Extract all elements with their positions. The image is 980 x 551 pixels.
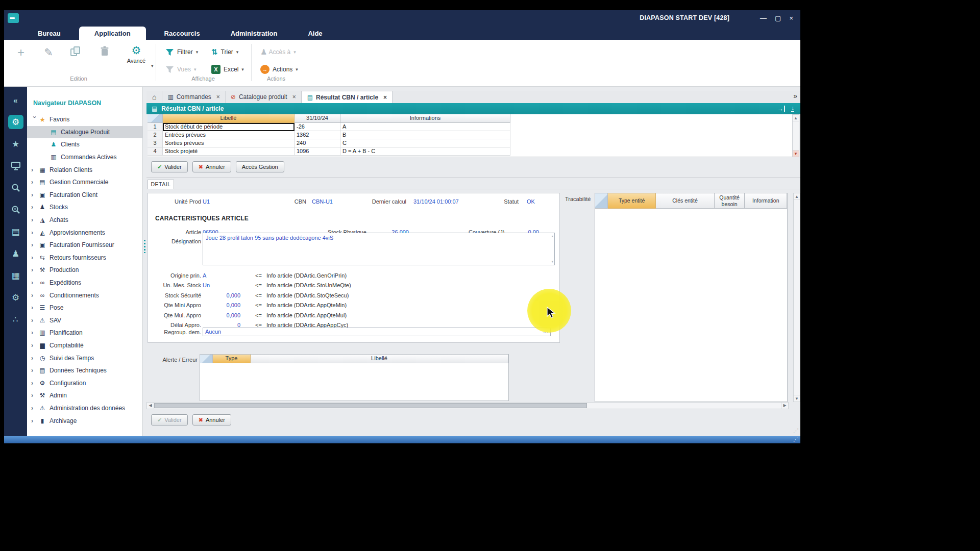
tab-commandes[interactable]: ▥Commandes× [162,91,225,103]
tab-close-icon[interactable]: × [292,93,296,101]
cell-info[interactable]: C [340,139,510,147]
tree-chevron-icon[interactable]: › [31,418,38,424]
h-scrollbar-thumb[interactable] [154,403,587,408]
cell-info[interactable]: B [340,131,510,139]
add-icon[interactable]: + [12,45,30,60]
org-chart-icon[interactable]: ∴ [8,312,23,327]
tree-item[interactable]: ›▆Comptabilité [27,339,142,352]
acces-a-button[interactable]: ♟ Accès à▾ [258,46,298,58]
tree-chevron-icon[interactable]: › [31,204,38,210]
tree-chevron-icon[interactable]: › [32,116,38,123]
statut-value[interactable]: OK [527,198,535,205]
valider-bottom-button[interactable]: ✔Valider [151,414,188,425]
tree-chevron-icon[interactable]: › [31,380,38,386]
tree-chevron-icon[interactable]: › [31,167,38,173]
vues-button[interactable]: Vues▾ [163,63,198,76]
tree-chevron-icon[interactable]: › [31,192,38,198]
trier-button[interactable]: ⇅ Trier▾ [209,46,240,58]
cell-info[interactable]: D = A + B - C [340,147,510,156]
tree-item[interactable]: ›◮Achats [27,214,142,227]
scroll-left-icon[interactable]: ◀ [147,403,154,409]
table-scrollbar[interactable]: ▲ ▼ [792,114,799,157]
detail-scrollbar[interactable]: ▲ ▼ [793,193,800,402]
delete-icon[interactable] [96,45,113,60]
menu-aide[interactable]: Aide [296,27,334,40]
detail-field-value[interactable]: A [203,272,206,279]
valider-button[interactable]: ✔Valider [151,161,188,172]
minimize-button[interactable]: — [760,15,767,21]
tab-r-sultat-cbn-article[interactable]: ▤Résultat CBN / article× [302,91,393,103]
stock-box-icon[interactable]: ▦ [8,268,23,283]
settings-gear-icon[interactable]: ⚙ [8,290,23,305]
tree-item[interactable]: ›♟Clients [27,138,142,151]
cbn-value[interactable]: CBN-U1 [312,198,333,205]
tree-item[interactable]: ›▤Catalogue Produit [27,126,142,139]
close-button[interactable]: × [789,15,793,21]
dock-right-icon[interactable]: → [777,106,785,112]
modules-gear-icon[interactable]: ⚙ [8,115,23,129]
search-plus-icon[interactable] [8,203,23,217]
table-row[interactable]: 4Stock projeté1096D = A + B - C [148,147,792,156]
column-header[interactable]: Type entité [608,193,656,209]
document-icon[interactable]: ▤ [8,224,23,239]
tree-chevron-icon[interactable]: › [31,392,38,398]
column-header[interactable]: Quantité besoin [715,193,745,209]
column-header[interactable]: Clés entité [656,193,714,209]
collapse-nav-icon[interactable]: « [8,93,23,107]
tab-close-icon[interactable]: × [383,94,387,101]
tree-item[interactable]: ›▥Planification [27,327,142,339]
more-tabs-icon[interactable]: » [793,92,797,100]
tree-item[interactable]: ›◭Approvisionnements [27,226,142,239]
search-icon[interactable] [8,181,23,195]
tree-item[interactable]: ›∞Conditionnements [27,289,142,302]
maximize-button[interactable]: ▢ [775,15,781,21]
tree-item[interactable]: ›⚒Admin [27,389,142,402]
avance-dropdown-icon[interactable]: ▾ [151,63,154,68]
tree-chevron-icon[interactable]: › [31,217,38,223]
export-download-icon[interactable]: ↓ [791,105,794,112]
cell-value[interactable]: 1096 [295,147,340,156]
tree-item[interactable]: ›∞Expéditions [27,277,142,289]
annuler-bottom-button[interactable]: ✖Annuler [192,414,231,425]
menu-application[interactable]: Application [79,27,146,40]
tree-item[interactable]: ›⚒Production [27,264,142,277]
detail-field-value[interactable]: 0,000 [203,312,240,318]
cell-value[interactable]: -26 [295,123,340,131]
tree-chevron-icon[interactable]: › [31,280,38,286]
tree-item[interactable]: ›▮Archivage [27,414,142,427]
filtrer-button[interactable]: Filtrer▾ [163,46,200,58]
tree-item[interactable]: ›▦Relation Clients [27,163,142,176]
detail-field-value[interactable]: 0,000 [203,302,240,308]
edit-icon[interactable]: ✎ [40,45,57,60]
dernier-calcul-value[interactable]: 31/10/24 01:00:07 [413,198,459,205]
tree-item[interactable]: ›⚠Administration des données [27,402,142,415]
unite-prod-value[interactable]: U1 [203,198,210,205]
cell-libelle[interactable]: Stock début de période [163,123,295,131]
spinner[interactable]: ▴▾ [551,234,553,264]
avance-button[interactable]: ⚙ Avancé [122,44,150,64]
tab-detail[interactable]: DETAIL [148,180,174,189]
table-row[interactable]: 2Entrées prévues1362B [148,131,792,139]
tree-chevron-icon[interactable]: › [31,342,38,348]
column-header[interactable]: 31/10/24 [295,114,340,123]
designation-field[interactable]: Joue 28 profil talon 95 sans patte dodéc… [203,233,555,265]
column-header[interactable]: Libellé [163,114,295,123]
tree-item[interactable]: ›⇆Retours fournisseurs [27,252,142,264]
actions-button[interactable]: → Actions▾ [258,63,300,76]
splitter-grip[interactable] [144,240,145,253]
tab-close-icon[interactable]: × [216,93,220,101]
column-header[interactable]: Type [213,355,251,363]
tree-item[interactable]: ›▣Facturation Fournisseur [27,239,142,252]
tree-chevron-icon[interactable]: › [31,179,38,185]
tree-chevron-icon[interactable]: › [31,367,38,373]
resize-grip[interactable]: ⋰ [793,428,799,434]
excel-button[interactable]: X Excel▾ [209,63,246,76]
tree-chevron-icon[interactable]: › [31,230,38,236]
tree-item[interactable]: ›▤Gestion Commerciale [27,176,142,189]
tree-item[interactable]: ›☰Pose [27,302,142,314]
tab-catalogue-produit[interactable]: ⊘Catalogue produit× [226,91,302,103]
tab-home[interactable]: ⌂ [146,91,162,103]
monitor-icon[interactable] [8,159,23,173]
tree-item[interactable]: ›▣Facturation Client [27,189,142,202]
tree-item[interactable]: ›⚠SAV [27,314,142,327]
